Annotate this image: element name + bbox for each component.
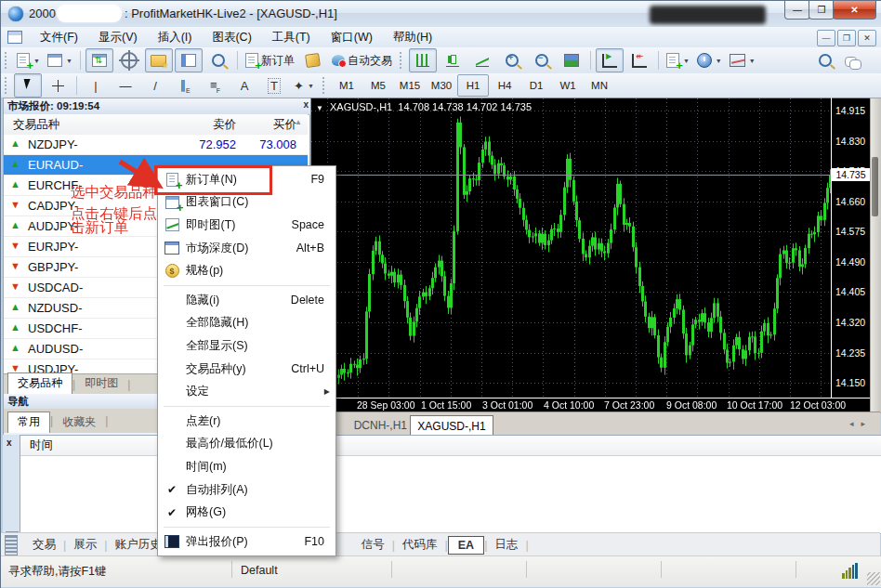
toolbar-grip[interactable] bbox=[322, 77, 327, 94]
zoom-in-button[interactable] bbox=[498, 48, 526, 72]
templates-button[interactable]: ▼ bbox=[727, 48, 758, 72]
context-menu-item-5[interactable]: $规格(p) bbox=[158, 259, 335, 282]
chart-right-scrollbar[interactable] bbox=[870, 98, 881, 413]
tabbar-grip-icon[interactable] bbox=[5, 535, 18, 555]
column-symbol[interactable]: 交易品种 bbox=[13, 117, 59, 133]
chart-tab-xagusd[interactable]: XAGUSD-,H1 bbox=[410, 415, 493, 436]
terminal-tab-代码库[interactable]: 代码库 bbox=[395, 535, 445, 555]
periods-button[interactable]: ▼ bbox=[694, 48, 725, 72]
metaeditor-button[interactable] bbox=[299, 48, 327, 72]
toolbar-grip[interactable] bbox=[400, 52, 404, 69]
timeframe-d1[interactable]: D1 bbox=[520, 74, 552, 97]
community-chat-button[interactable] bbox=[845, 55, 860, 72]
text-label-button[interactable]: T bbox=[260, 73, 288, 98]
context-menu-item-7[interactable]: 隐藏(i)Delete bbox=[158, 289, 335, 312]
terminal-tab-信号[interactable]: 信号 bbox=[354, 535, 392, 555]
tab-scroll-arrows[interactable]: ◂▸ bbox=[849, 419, 873, 428]
channel-button[interactable]: ∥E bbox=[171, 73, 199, 98]
context-menu-item-17[interactable]: ✔网格(G) bbox=[158, 501, 335, 524]
restore-button[interactable]: ❐ bbox=[809, 1, 835, 20]
autotrading-button[interactable]: 自动交易 bbox=[329, 48, 395, 72]
new-order-button[interactable]: 新订单 bbox=[243, 48, 297, 72]
timeframe-m5[interactable]: M5 bbox=[362, 74, 394, 97]
timeframe-mn[interactable]: MN bbox=[584, 74, 615, 97]
scrollbar-thumb[interactable] bbox=[872, 157, 878, 216]
market-watch-caption[interactable]: 市场报价: 09:19:54 x bbox=[4, 98, 311, 115]
navigator-toggle-button[interactable] bbox=[145, 48, 173, 72]
context-menu-item-16[interactable]: ✔自动排列(A) bbox=[158, 478, 335, 502]
close-button[interactable]: ✕ bbox=[833, 1, 876, 20]
mdi-restore-button[interactable]: ❐ bbox=[837, 30, 856, 46]
strategy-tester-button[interactable] bbox=[204, 48, 232, 72]
market-watch-tab-2[interactable]: 即时图 bbox=[75, 373, 127, 394]
menu-help[interactable]: 帮助(H) bbox=[383, 27, 442, 47]
menu-file[interactable]: 文件(F) bbox=[30, 27, 88, 47]
timeframe-m15[interactable]: M15 bbox=[394, 74, 426, 97]
line-chart-button[interactable] bbox=[468, 48, 496, 72]
context-menu-item-14[interactable]: 最高价/最低价(L) bbox=[158, 433, 335, 456]
fibonacci-button[interactable]: ≡F bbox=[201, 73, 229, 98]
connection-status-icon[interactable] bbox=[842, 563, 858, 579]
new-chart-button[interactable]: ▼ bbox=[14, 48, 43, 72]
terminal-close-icon[interactable]: x bbox=[7, 438, 12, 448]
menu-view[interactable]: 显示(V) bbox=[88, 27, 148, 47]
chart-dropdown-icon[interactable]: ▼ bbox=[316, 104, 323, 112]
mdi-close-button[interactable]: ✕ bbox=[858, 30, 876, 46]
terminal-column-header[interactable]: 时间 bbox=[20, 436, 881, 456]
candlestick-chart[interactable] bbox=[311, 98, 832, 399]
toolbar-grip[interactable] bbox=[5, 77, 9, 94]
navigator-tab-1[interactable]: 常用 bbox=[7, 412, 50, 433]
context-menu-item-11[interactable]: 设定▶ bbox=[158, 380, 335, 403]
timeframe-w1[interactable]: W1 bbox=[552, 74, 584, 97]
context-menu-item-10[interactable]: 交易品种(y)Ctrl+U bbox=[158, 358, 335, 381]
context-menu-item-19[interactable]: 弹出报价(P)F10 bbox=[158, 530, 335, 554]
menu-window[interactable]: 窗口(W) bbox=[321, 27, 383, 47]
context-menu-item-3[interactable]: 即时图(T)Space bbox=[158, 214, 335, 237]
text-button[interactable]: A bbox=[230, 73, 258, 98]
vertical-line-button[interactable]: | bbox=[82, 73, 110, 98]
toolbar-grip[interactable] bbox=[5, 52, 9, 69]
navigator-tab-2[interactable]: 收藏夹 bbox=[53, 412, 105, 433]
market-watch-row-nzdjpy[interactable]: ▲NZDJPY-72.95273.008 bbox=[4, 135, 308, 155]
auto-scroll-button[interactable] bbox=[596, 48, 624, 72]
timeframe-m1[interactable]: M1 bbox=[331, 74, 362, 97]
crosshair-button[interactable] bbox=[44, 73, 72, 98]
terminal-tab-ea[interactable]: EA bbox=[448, 536, 484, 555]
market-watch-toggle-button[interactable] bbox=[85, 48, 113, 72]
menu-tools[interactable]: 工具(T) bbox=[262, 27, 321, 47]
terminal-tab-日志[interactable]: 日志 bbox=[487, 535, 525, 555]
context-menu-item-15[interactable]: 时间(m) bbox=[158, 455, 335, 478]
terminal-tab-展示[interactable]: 展示 bbox=[66, 535, 104, 555]
context-menu-item-8[interactable]: 全部隐藏(H) bbox=[158, 312, 335, 335]
arrows-button[interactable]: ✦▼ bbox=[290, 73, 318, 98]
indicators-button[interactable]: ▼ bbox=[664, 48, 692, 72]
minimize-button[interactable]: — bbox=[784, 1, 810, 20]
mdi-minimize-button[interactable]: — bbox=[817, 30, 835, 46]
context-menu-item-13[interactable]: 点差(r) bbox=[158, 410, 335, 433]
cursor-button[interactable] bbox=[14, 73, 42, 98]
timeframe-h4[interactable]: H4 bbox=[489, 74, 520, 97]
horizontal-line-button[interactable]: — bbox=[112, 73, 139, 98]
column-buy[interactable]: 买价 bbox=[204, 117, 296, 133]
market-watch-close-icon[interactable]: x bbox=[303, 99, 309, 110]
search-button[interactable] bbox=[819, 54, 832, 71]
scroll-up-icon[interactable]: ▲ bbox=[295, 118, 302, 126]
menu-charts[interactable]: 图表(C) bbox=[202, 27, 261, 47]
terminal-toggle-button[interactable] bbox=[175, 48, 203, 72]
candlestick-button[interactable] bbox=[439, 48, 467, 72]
context-menu-item-4[interactable]: 市场深度(D)Alt+B bbox=[158, 237, 335, 260]
context-menu-item-9[interactable]: 全部显示(S) bbox=[158, 334, 335, 358]
zoom-out-button[interactable] bbox=[528, 48, 556, 72]
bar-chart-button[interactable] bbox=[409, 48, 437, 72]
profiles-button[interactable]: ▼ bbox=[45, 48, 75, 72]
chart-child-icon[interactable] bbox=[7, 31, 22, 44]
data-window-button[interactable] bbox=[115, 48, 143, 72]
menu-insert[interactable]: 插入(I) bbox=[148, 27, 203, 47]
resize-grip[interactable] bbox=[867, 572, 880, 585]
trendline-button[interactable]: / bbox=[141, 73, 169, 98]
timeframe-h1[interactable]: H1 bbox=[457, 74, 489, 97]
status-profile[interactable]: Default bbox=[241, 564, 278, 577]
market-watch-tab-1[interactable]: 交易品种 bbox=[7, 372, 72, 394]
timeframe-m30[interactable]: M30 bbox=[426, 74, 457, 97]
chart-shift-button[interactable] bbox=[625, 48, 653, 72]
